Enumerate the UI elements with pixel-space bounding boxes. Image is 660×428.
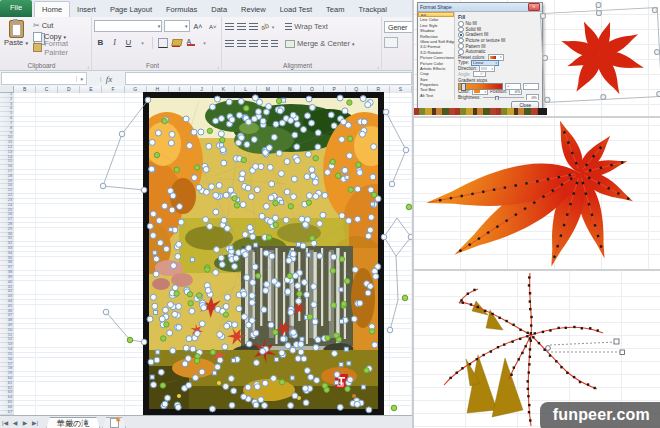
- fill-option-radios[interactable]: No fillSolid fillGradient fillPicture or…: [458, 21, 539, 55]
- ribbon-tab-page-layout[interactable]: Page Layout: [103, 2, 159, 17]
- panel-leaf-edit-points: [414, 118, 660, 271]
- merge-center-button[interactable]: Merge & Center ▾: [283, 38, 356, 49]
- sheet-tab-kegon-falls[interactable]: 華厳の滝: [46, 417, 100, 428]
- align-right-icon[interactable]: [249, 40, 258, 47]
- wrap-text-icon: [285, 23, 292, 30]
- increase-indent-icon[interactable]: [271, 40, 278, 47]
- next-sheet-button[interactable]: ▶: [20, 419, 30, 426]
- orientation-button[interactable]: ab: [260, 22, 270, 31]
- font-color-button[interactable]: A: [184, 36, 197, 49]
- position-spinner[interactable]: 0%: [509, 89, 522, 96]
- alignment-group-label: Alignment: [222, 62, 373, 69]
- leaf-petals[interactable]: [422, 118, 637, 269]
- format-shape-dialog[interactable]: Format Shape ✕ FillLine ColorLine StyleS…: [417, 2, 543, 110]
- first-sheet-button[interactable]: |◀: [0, 419, 10, 426]
- artwork-sliver-end: [538, 108, 547, 115]
- underline-dropdown[interactable]: ▾: [136, 36, 149, 49]
- ribbon-tab-load-test[interactable]: Load Test: [273, 2, 319, 17]
- font-group: ▾ ▾ A˄ A˅ B I U ▾ A ▾ Font ⌟: [92, 17, 222, 70]
- clipboard-dialog-launcher-icon[interactable]: ⌟: [87, 63, 89, 69]
- font-color-dropdown[interactable]: ▾: [198, 36, 211, 49]
- excel-window: FileHomeInsertPage LayoutFormulasDataRev…: [0, 0, 414, 428]
- borders-button[interactable]: [156, 36, 169, 49]
- formula-bar: ▾ (fx: [0, 71, 414, 87]
- ribbon-tab-trackpal[interactable]: Trackpal: [351, 2, 393, 17]
- last-sheet-button[interactable]: ▶|: [30, 419, 40, 426]
- screenshot-stage: FileHomeInsertPage LayoutFormulasDataRev…: [0, 0, 660, 428]
- ribbon-tab-formulas[interactable]: Formulas: [159, 2, 204, 17]
- copy-icon: [33, 32, 42, 42]
- format-painter-icon: [33, 43, 42, 52]
- format-painter-button[interactable]: Format Painter: [31, 42, 91, 53]
- shape-selection-handles[interactable]: [147, 95, 381, 413]
- sheet-tab-bar: |◀ ◀ ▶ ▶| 華厳の滝 ✱: [0, 415, 414, 428]
- wrap-text-button[interactable]: Wrap Text: [283, 21, 330, 32]
- radio-icon: [458, 49, 464, 55]
- shrink-font-button[interactable]: A˅: [206, 20, 219, 33]
- fill-color-button[interactable]: [170, 36, 183, 49]
- dialog-nav-alt-text[interactable]: Alt Text: [418, 93, 454, 98]
- merge-center-icon: [285, 40, 295, 48]
- leaf-edit-mode[interactable]: [414, 118, 660, 269]
- leaf-shape-selected[interactable]: [540, 1, 660, 105]
- accounting-format-button[interactable]: [384, 37, 398, 48]
- number-group: Gener▾: [382, 17, 414, 70]
- dialog-close-icon[interactable]: ✕: [528, 3, 540, 11]
- radio-icon: [458, 32, 464, 38]
- bold-button[interactable]: B: [94, 36, 107, 49]
- brightness-slider[interactable]: [483, 97, 524, 98]
- type-label: Type:: [458, 60, 469, 65]
- anchor-point-circle: [546, 346, 551, 351]
- insert-worksheet-tab[interactable]: ✱: [102, 417, 126, 428]
- paste-button[interactable]: Paste ▾: [3, 20, 29, 58]
- row-headers[interactable]: 1234567891011121314151617181920212223242…: [0, 93, 15, 415]
- dialog-nav-picture-corrections[interactable]: Picture Corrections: [418, 55, 454, 60]
- angle-spinner[interactable]: 0°: [473, 71, 486, 78]
- ribbon-tab-data[interactable]: Data: [204, 2, 234, 17]
- font-size-combo[interactable]: ▾: [164, 20, 189, 32]
- align-center-icon[interactable]: [237, 40, 246, 47]
- ribbon-tab-team[interactable]: Team: [319, 2, 351, 17]
- font-group-label: Font: [92, 62, 213, 69]
- gradient-stops-bar[interactable]: [458, 83, 503, 90]
- align-middle-icon[interactable]: [237, 23, 246, 30]
- cut-button[interactable]: ✂Cut: [31, 20, 91, 31]
- olive-fill-shapes[interactable]: [466, 301, 523, 417]
- align-left-icon[interactable]: [225, 40, 234, 47]
- bounding-box-handle[interactable]: [656, 91, 660, 97]
- brightness-label: Brightness:: [458, 95, 481, 100]
- column-header-B[interactable]: B: [14, 86, 36, 93]
- paste-clipboard-icon: [9, 20, 24, 38]
- alignment-dialog-launcher-icon[interactable]: ⌟: [377, 63, 379, 69]
- ribbon-tab-home[interactable]: Home: [34, 1, 70, 17]
- ribbon-tab-file[interactable]: File: [0, 0, 32, 17]
- name-box[interactable]: ▾: [1, 72, 87, 85]
- dialog-title: Format Shape: [420, 4, 452, 10]
- align-bottom-icon[interactable]: [249, 23, 258, 30]
- scissors-icon: ✂: [33, 21, 40, 30]
- underline-button[interactable]: U: [122, 36, 135, 49]
- ribbon-tab-insert[interactable]: Insert: [70, 2, 103, 17]
- formula-input[interactable]: [125, 72, 412, 85]
- leaf-petals[interactable]: [558, 16, 648, 100]
- number-format-combo[interactable]: Gener▾: [384, 21, 414, 33]
- bounding-box-handle[interactable]: [654, 49, 660, 55]
- decrease-indent-icon[interactable]: [261, 40, 268, 47]
- font-dialog-launcher-icon[interactable]: ⌟: [217, 63, 219, 69]
- grow-font-button[interactable]: A˄: [192, 20, 205, 33]
- orientation-dropdown[interactable]: ▾: [272, 24, 275, 30]
- italic-button[interactable]: I: [108, 36, 121, 49]
- ribbon-tab-review[interactable]: Review: [234, 2, 273, 17]
- dialog-nav-list[interactable]: FillLine ColorLine StyleShadowReflection…: [418, 12, 455, 100]
- dialog-title-bar[interactable]: Format Shape ✕: [418, 3, 542, 12]
- watermark: funpeer.com: [540, 402, 660, 428]
- column-header-C[interactable]: C: [36, 86, 58, 93]
- column-header-D[interactable]: D: [58, 86, 80, 93]
- align-top-icon[interactable]: [225, 23, 234, 30]
- remove-stop-button[interactable]: −: [523, 83, 539, 90]
- prev-sheet-button[interactable]: ◀: [10, 419, 20, 426]
- font-name-combo[interactable]: ▾: [94, 20, 162, 32]
- selection-handles-overlay[interactable]: [100, 90, 412, 415]
- insert-function-button[interactable]: fx: [106, 74, 113, 84]
- gradient-stop-handle[interactable]: [461, 83, 466, 91]
